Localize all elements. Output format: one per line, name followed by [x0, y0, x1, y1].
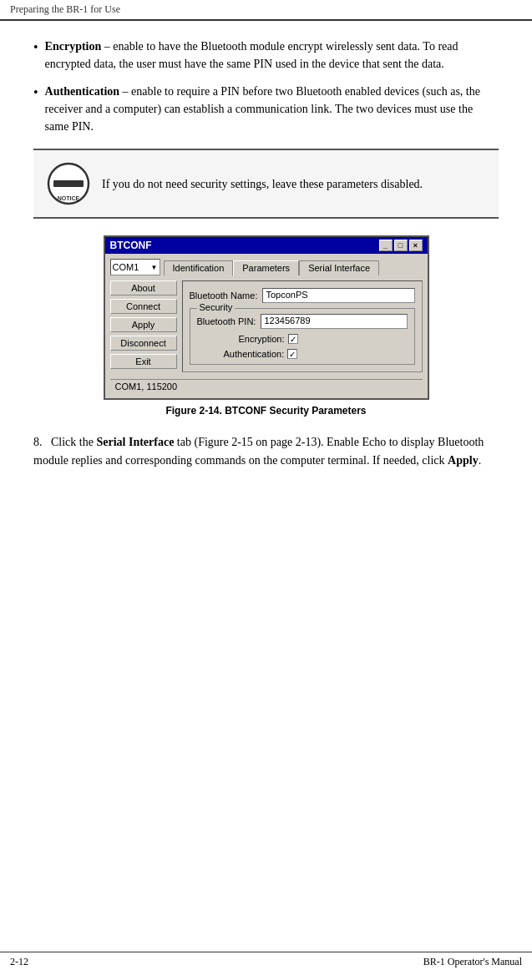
- figure-container: BTCONF _ □ × COM1 ▼ Identification: [33, 235, 499, 417]
- minimize-button[interactable]: _: [379, 240, 393, 251]
- btconf-top-row: COM1 ▼ Identification Parameters Serial …: [110, 259, 423, 275]
- bluetooth-pin-label: Bluetooth PIN:: [197, 316, 256, 326]
- com-select[interactable]: COM1 ▼: [110, 259, 160, 275]
- security-group: Security Bluetooth PIN: 123456789 Encry: [190, 308, 415, 365]
- bluetooth-name-row: Bluetooth Name: TopconPS: [190, 288, 415, 303]
- authentication-row: Authentication: ✓: [197, 349, 408, 359]
- bluetooth-name-input[interactable]: TopconPS: [262, 288, 414, 303]
- btconf-statusbar: COM1, 115200: [110, 379, 423, 393]
- bullet-list: Encryption – enable to have the Bluetoot…: [33, 38, 499, 135]
- page-content: Encryption – enable to have the Bluetoot…: [0, 21, 532, 501]
- tab-parameters[interactable]: Parameters: [233, 260, 299, 275]
- btconf-titlebar: BTCONF _ □ ×: [105, 237, 428, 254]
- apply-bold: Apply: [448, 454, 479, 467]
- security-group-label: Security: [197, 302, 236, 312]
- encryption-label: Encryption:: [239, 334, 285, 344]
- footer-manual-title: BR-1 Operator's Manual: [423, 956, 522, 968]
- notice-icon: NOTICE: [47, 162, 90, 205]
- step-number: 8.: [33, 436, 43, 448]
- btconf-sidebar: About Connect Apply Disconnect Exit: [110, 280, 177, 372]
- header-left: Preparing the BR-1 for Use: [10, 3, 120, 16]
- encryption-row: Encryption: ✓: [197, 334, 408, 344]
- authentication-term: Authentication: [45, 85, 119, 98]
- authentication-label: Authentication:: [224, 349, 285, 359]
- apply-button[interactable]: Apply: [110, 317, 177, 332]
- svg-rect-1: [53, 180, 84, 187]
- tab-identification[interactable]: Identification: [164, 260, 234, 275]
- bullet-text-encryption: Encryption – enable to have the Bluetoot…: [45, 38, 499, 73]
- notice-box: NOTICE If you do not need security setti…: [33, 149, 499, 219]
- step-8-text: 8. Click the Serial Interface tab (Figur…: [33, 433, 499, 471]
- btconf-window: BTCONF _ □ × COM1 ▼ Identification: [104, 235, 429, 400]
- maximize-button[interactable]: □: [394, 240, 408, 251]
- tab-bar: Identification Parameters Serial Interfa…: [164, 260, 423, 275]
- notice-text: If you do not need security settings, le…: [102, 175, 423, 193]
- encryption-term: Encryption: [45, 40, 102, 53]
- svg-text:NOTICE: NOTICE: [58, 195, 80, 201]
- btconf-main-area: About Connect Apply Disconnect Exit Blue…: [110, 280, 423, 372]
- bluetooth-pin-value: 123456789: [264, 316, 310, 326]
- exit-button[interactable]: Exit: [110, 354, 177, 369]
- tab-serial-interface[interactable]: Serial Interface: [299, 260, 379, 275]
- bullet-text-authentication: Authentication – enable to require a PIN…: [45, 83, 499, 135]
- serial-interface-bold: Serial Interface: [96, 436, 174, 448]
- bluetooth-pin-row: Bluetooth PIN: 123456789: [197, 314, 408, 329]
- page-header: Preparing the BR-1 for Use: [0, 0, 532, 21]
- disconnect-button[interactable]: Disconnect: [110, 336, 177, 351]
- parameters-panel: Bluetooth Name: TopconPS Security Blueto…: [182, 280, 423, 372]
- com-value: COM1: [113, 262, 139, 272]
- footer-page-number: 2-12: [10, 956, 28, 968]
- bullet-item-encryption: Encryption – enable to have the Bluetoot…: [33, 38, 499, 73]
- figure-caption: Figure 2-14. BTCONF Security Parameters: [165, 405, 366, 417]
- about-button[interactable]: About: [110, 280, 177, 296]
- btconf-body: COM1 ▼ Identification Parameters Serial …: [105, 254, 428, 398]
- bullet-item-authentication: Authentication – enable to require a PIN…: [33, 83, 499, 135]
- authentication-checkbox[interactable]: ✓: [287, 349, 297, 359]
- connect-button[interactable]: Connect: [110, 299, 177, 314]
- page-footer: 2-12 BR-1 Operator's Manual: [0, 952, 532, 972]
- encryption-checkbox[interactable]: ✓: [288, 334, 298, 344]
- close-button[interactable]: ×: [409, 240, 423, 251]
- bluetooth-pin-input[interactable]: 123456789: [261, 314, 407, 329]
- bluetooth-name-label: Bluetooth Name:: [190, 290, 258, 301]
- titlebar-buttons: _ □ ×: [379, 240, 423, 251]
- btconf-title: BTCONF: [110, 240, 152, 251]
- bluetooth-name-value: TopconPS: [266, 290, 307, 300]
- dropdown-arrow-icon: ▼: [151, 264, 158, 271]
- status-value: COM1, 115200: [115, 381, 178, 391]
